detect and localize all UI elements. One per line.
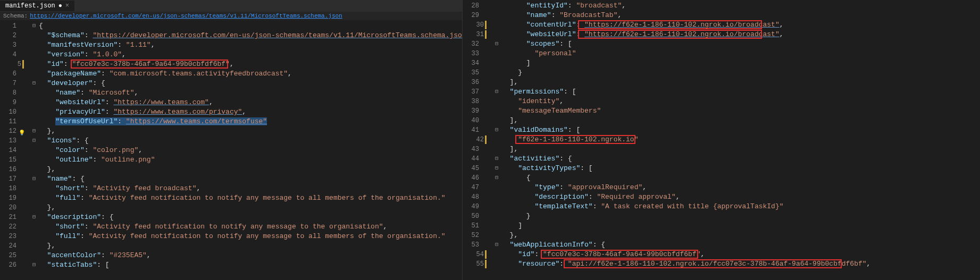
code-line[interactable]: "developer": { bbox=[39, 79, 462, 88]
code-line[interactable]: ], bbox=[501, 116, 980, 125]
fold-toggle-icon[interactable]: ⊟ bbox=[29, 260, 39, 270]
code-line[interactable]: "f62e-1-186-110-102.ngrok.io" bbox=[501, 135, 980, 145]
code-line[interactable]: ], bbox=[501, 145, 980, 154]
fold-toggle-icon[interactable]: ⊟ bbox=[29, 21, 39, 31]
schema-url-link[interactable]: https://developer.microsoft.com/en-us/js… bbox=[30, 13, 342, 19]
code-line[interactable]: "activities": { bbox=[501, 154, 980, 164]
code-line[interactable]: "id": "fcc07e3c-378b-46af-9a64-99b0cbfdf… bbox=[39, 60, 462, 69]
code-line[interactable]: "name": "BroadcastTab", bbox=[501, 11, 980, 20]
fold-toggle-icon[interactable]: ⊟ bbox=[492, 173, 501, 183]
code-line[interactable]: "validDomains": [ bbox=[501, 125, 980, 135]
code-line[interactable]: "termsOfUseUrl": "https://www.teams.com/… bbox=[39, 117, 462, 126]
code-line[interactable]: "accentColor": "#235EA5", bbox=[39, 251, 462, 260]
code-line[interactable]: "webApplicationInfo": { bbox=[501, 240, 980, 250]
code-line[interactable]: "type": "approvalRequired", bbox=[501, 183, 980, 192]
fold-toggle-icon[interactable]: ⊟ bbox=[492, 164, 501, 173]
fold-toggle-icon[interactable]: ⊟ bbox=[492, 125, 501, 135]
fold-toggle-icon bbox=[29, 146, 39, 155]
lightbulb-icon[interactable] bbox=[19, 128, 25, 134]
url-link[interactable]: "https://f62e-1-186-110-102.ngrok.io/bro… bbox=[584, 21, 780, 29]
fold-toggle-icon bbox=[29, 107, 39, 117]
code-line[interactable]: "activityTypes": [ bbox=[501, 164, 980, 173]
fold-toggle-icon bbox=[29, 241, 39, 251]
code-line[interactable]: } bbox=[501, 211, 980, 221]
fold-toggle-icon bbox=[492, 202, 501, 211]
code-line[interactable]: "identity", bbox=[501, 97, 980, 106]
fold-toggle-icon[interactable]: ⊟ bbox=[29, 174, 39, 184]
line-number: 51 bbox=[463, 221, 492, 231]
fold-toggle-icon bbox=[29, 98, 39, 107]
code-line[interactable]: "icons": { bbox=[39, 136, 462, 146]
code-line[interactable]: "templateText": "A task created with tit… bbox=[501, 202, 980, 211]
line-number: 44 bbox=[463, 154, 492, 164]
code-line[interactable]: "$schema": "https://developer.microsoft.… bbox=[39, 31, 462, 40]
code-line[interactable]: "packageName": "com.microsoft.teams.acti… bbox=[39, 69, 462, 79]
fold-toggle-icon[interactable]: ⊟ bbox=[492, 87, 501, 97]
line-number: 34 bbox=[463, 58, 492, 68]
line-number: 11 bbox=[0, 117, 29, 126]
code-line[interactable]: }, bbox=[39, 165, 462, 174]
code-line[interactable]: "name": { bbox=[39, 174, 462, 184]
code-line[interactable]: "entityId": "broadcast", bbox=[501, 1, 980, 11]
code-line[interactable]: "privacyUrl": "https://www.teams.com/pri… bbox=[39, 107, 462, 117]
code-line[interactable]: ] bbox=[501, 58, 980, 68]
code-line[interactable]: "contentUrl": "https://f62e-1-186-110-10… bbox=[501, 20, 980, 30]
code-line[interactable]: "websiteUrl": "https://www.teams.com", bbox=[39, 98, 462, 107]
code-line[interactable]: ] bbox=[501, 221, 980, 231]
code-line[interactable]: "messageTeamMembers" bbox=[501, 106, 980, 116]
url-link[interactable]: "https://www.teams.com/privacy" bbox=[113, 108, 242, 116]
url-link[interactable]: "https://developer.microsoft.com/en-us/j… bbox=[93, 31, 462, 39]
code-line[interactable]: "color": "color.png", bbox=[39, 146, 462, 155]
code-line[interactable]: "outline": "outline.png" bbox=[39, 155, 462, 165]
line-number: 53 bbox=[463, 240, 492, 250]
code-line[interactable]: { bbox=[501, 173, 980, 183]
code-line[interactable]: "resource": "api://f62e-1-186-110-102.ng… bbox=[501, 259, 980, 269]
code-line[interactable]: ], bbox=[501, 78, 980, 87]
line-number: 6 bbox=[0, 69, 29, 79]
fold-toggle-icon bbox=[492, 192, 501, 202]
url-link[interactable]: "https://www.teams.com/termsofuse" bbox=[126, 117, 267, 125]
fold-toggle-icon[interactable]: ⊟ bbox=[29, 136, 39, 146]
url-link[interactable]: "https://f62e-1-186-110-102.ngrok.io/bro… bbox=[584, 30, 780, 38]
fold-toggle-icon[interactable]: ⊟ bbox=[492, 240, 501, 250]
code-line[interactable]: "description": { bbox=[39, 213, 462, 222]
code-line[interactable]: "scopes": [ bbox=[501, 39, 980, 49]
tab-manifest-json[interactable]: manifest.json ● × bbox=[0, 1, 74, 11]
line-number: 26 bbox=[0, 260, 29, 270]
code-line[interactable]: { bbox=[39, 21, 462, 31]
code-line[interactable]: "permissions": [ bbox=[501, 87, 980, 97]
fold-toggle-icon bbox=[29, 222, 39, 232]
fold-toggle-icon bbox=[29, 40, 39, 50]
code-line[interactable]: }, bbox=[39, 241, 462, 251]
change-marker-icon bbox=[485, 30, 487, 39]
code-line[interactable]: "websiteUrl": "https://f62e-1-186-110-10… bbox=[501, 30, 980, 39]
code-editor-left[interactable]: 1234567891011121314151617181920212223242… bbox=[0, 20, 462, 279]
code-line[interactable]: } bbox=[501, 68, 980, 78]
line-number: 33 bbox=[463, 49, 492, 58]
code-line[interactable]: "personal" bbox=[501, 49, 980, 58]
fold-toggle-icon[interactable]: ⊟ bbox=[492, 154, 501, 164]
code-line[interactable]: }, bbox=[39, 203, 462, 213]
code-editor-right[interactable]: 2829303132333435363738394041424344454647… bbox=[463, 0, 980, 280]
close-icon[interactable]: × bbox=[65, 2, 69, 10]
editor-pane-right: 2829303132333435363738394041424344454647… bbox=[463, 0, 980, 280]
fold-toggle-icon[interactable]: ⊟ bbox=[29, 126, 39, 136]
code-line[interactable]: }, bbox=[501, 231, 980, 240]
code-line[interactable]: "short": "Activity feed notification to … bbox=[39, 222, 462, 232]
code-line[interactable]: "staticTabs": [ bbox=[39, 260, 462, 270]
fold-toggle-icon[interactable]: ⊟ bbox=[29, 213, 39, 222]
code-line[interactable]: "version": "1.0.0", bbox=[39, 50, 462, 60]
code-line[interactable]: }, bbox=[39, 126, 462, 136]
code-line[interactable]: "id": "fcc07e3c-378b-46af-9a64-99b0cbfdf… bbox=[501, 250, 980, 259]
code-line[interactable]: "name": "Microsoft", bbox=[39, 88, 462, 98]
fold-toggle-icon[interactable]: ⊟ bbox=[29, 79, 39, 88]
code-line[interactable]: "description": "Required approval", bbox=[501, 192, 980, 202]
code-line[interactable]: "full": "Activity feed notification to n… bbox=[39, 193, 462, 203]
url-link[interactable]: "https://www.teams.com" bbox=[113, 98, 208, 106]
code-line[interactable]: "manifestVersion": "1.11", bbox=[39, 40, 462, 50]
fold-toggle-icon bbox=[29, 31, 39, 40]
code-line[interactable]: "short": "Activity feed broadcast", bbox=[39, 184, 462, 193]
code-line[interactable]: "full": "Activity feed notification to n… bbox=[39, 232, 462, 241]
line-number: 13 bbox=[0, 136, 29, 146]
fold-toggle-icon[interactable]: ⊟ bbox=[492, 39, 501, 49]
